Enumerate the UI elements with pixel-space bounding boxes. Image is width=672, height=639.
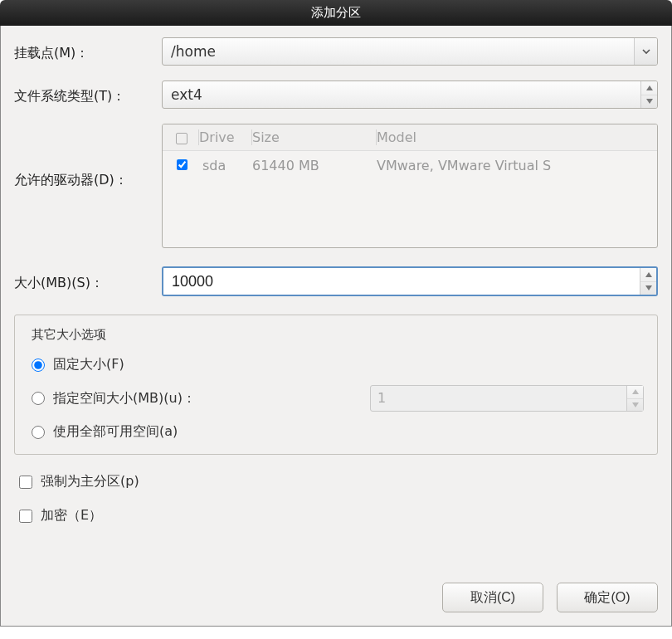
dialog-title: 添加分区 [311, 5, 361, 20]
fs-type-row: 文件系统类型(T)： ext4 [14, 80, 658, 109]
drives-header: Drive Size Model [163, 124, 657, 151]
drives-header-model[interactable]: Model [377, 129, 650, 145]
ok-button[interactable]: 确定(O) [557, 583, 658, 612]
chevron-up-icon [645, 272, 652, 277]
radio-fixed[interactable] [32, 359, 45, 372]
drives-label: 允许的驱动器(D)： [14, 124, 162, 189]
encrypt-checkbox[interactable] [19, 510, 32, 523]
dialog-body: 挂载点(M)： /home 文件系统类型(T)： ext4 允许的驱动器(D) [0, 26, 672, 627]
button-row: 取消(C) 确定(O) [14, 578, 658, 612]
primary-checkbox[interactable] [19, 476, 32, 489]
mount-point-row: 挂载点(M)： /home [14, 37, 658, 66]
fs-type-spinner[interactable] [640, 81, 657, 108]
size-up[interactable] [640, 268, 656, 282]
chevron-down-icon [645, 285, 652, 290]
mount-point-dropdown-button[interactable] [634, 38, 657, 65]
encrypt-label: 加密（E） [41, 507, 102, 524]
radio-allspace-label: 使用全部可用空间(a) [53, 423, 178, 441]
fillup-up [627, 386, 643, 399]
radio-fillup[interactable] [32, 392, 45, 405]
size-down[interactable] [640, 282, 656, 295]
size-row: 大小(MB)(S)： [14, 266, 658, 296]
radio-fixed-label: 固定大小(F) [53, 356, 124, 373]
primary-label: 强制为主分区(p) [41, 473, 139, 490]
fillup-down [627, 399, 643, 412]
checkbox-header-icon [176, 133, 187, 144]
chevron-down-icon [646, 99, 653, 104]
drive-model: VMware, VMware Virtual S [377, 158, 650, 173]
radio-allspace[interactable] [32, 426, 45, 439]
primary-checkbox-row[interactable]: 强制为主分区(p) [19, 473, 658, 490]
radio-allspace-row[interactable]: 使用全部可用空间(a) [32, 423, 644, 441]
fs-type-combo[interactable]: ext4 [162, 80, 658, 109]
drive-row[interactable]: sda 61440 MB VMware, VMware Virtual S [163, 151, 657, 180]
size-input[interactable] [163, 268, 640, 295]
cancel-button[interactable]: 取消(C) [442, 583, 543, 612]
fillup-spinner: 1 [370, 385, 644, 412]
chevron-down-icon [641, 46, 651, 56]
mount-point-combo[interactable]: /home [162, 37, 658, 66]
drive-checkbox-cell [169, 158, 199, 173]
drives-header-check [169, 129, 199, 145]
fillup-value: 1 [371, 386, 626, 411]
drives-row: 允许的驱动器(D)： Drive Size Model sda 61440 MB… [14, 124, 658, 248]
fs-type-label: 文件系统类型(T)： [14, 85, 162, 105]
drives-table: Drive Size Model sda 61440 MB VMware, VM… [162, 124, 658, 248]
size-spinner[interactable] [640, 268, 656, 295]
radio-fillup-label: 指定空间大小(MB)(u)： [53, 390, 370, 407]
radio-fillup-row[interactable]: 指定空间大小(MB)(u)： 1 [32, 385, 644, 412]
size-label: 大小(MB)(S)： [14, 271, 162, 292]
size-options-legend: 其它大小选项 [28, 327, 110, 343]
chevron-up-icon [632, 389, 639, 394]
drives-header-drive[interactable]: Drive [199, 129, 252, 145]
fs-type-up[interactable] [641, 81, 657, 95]
fs-type-down[interactable] [641, 95, 657, 109]
dialog-title-bar: 添加分区 [0, 0, 672, 26]
drive-name: sda [199, 158, 252, 173]
fs-type-value: ext4 [163, 81, 640, 108]
drive-checkbox[interactable] [177, 159, 187, 170]
chevron-down-icon [632, 402, 639, 407]
mount-point-label: 挂载点(M)： [14, 41, 162, 62]
drive-size: 61440 MB [252, 158, 377, 173]
fillup-stepper [626, 386, 643, 411]
size-options-fieldset: 其它大小选项 固定大小(F) 指定空间大小(MB)(u)： 1 使用全部可用空间… [14, 315, 658, 455]
encrypt-checkbox-row[interactable]: 加密（E） [19, 507, 658, 524]
drives-header-size[interactable]: Size [252, 129, 377, 145]
mount-point-value: /home [163, 38, 634, 65]
size-input-wrap [162, 266, 658, 296]
chevron-up-icon [646, 85, 653, 90]
radio-fixed-row[interactable]: 固定大小(F) [32, 356, 644, 373]
